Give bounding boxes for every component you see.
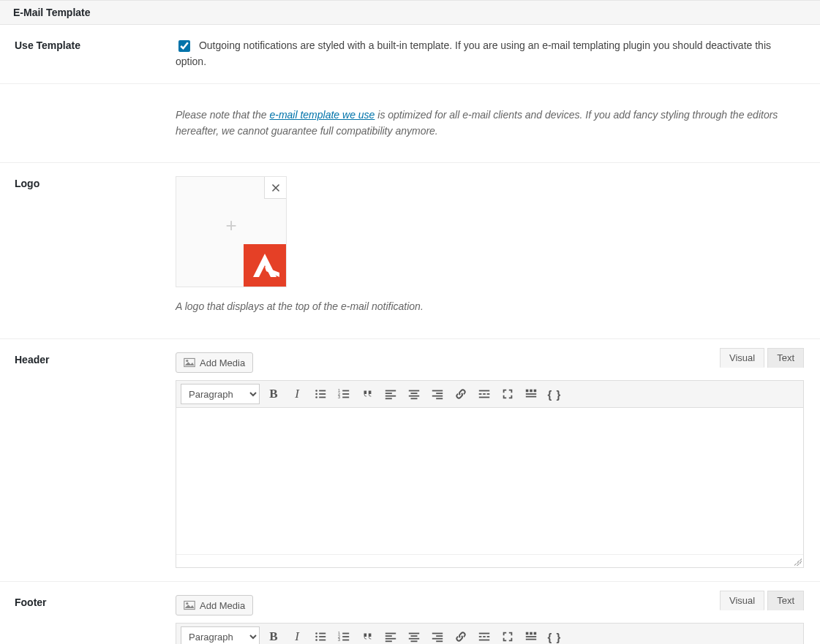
align-center-button[interactable]: [405, 384, 424, 404]
svg-rect-7: [319, 393, 326, 395]
use-template-checkbox[interactable]: [178, 40, 190, 52]
close-icon: [271, 183, 280, 192]
svg-rect-21: [411, 393, 418, 394]
logo-upload-box[interactable]: +: [176, 176, 287, 287]
insert-more-button[interactable]: [475, 627, 494, 644]
align-right-button[interactable]: [428, 384, 447, 404]
insert-more-button[interactable]: [475, 384, 494, 404]
italic-button[interactable]: I: [287, 627, 306, 644]
svg-point-42: [315, 632, 317, 634]
use-template-field[interactable]: Outgoing notifications are styled with a…: [176, 39, 771, 67]
svg-rect-35: [526, 390, 529, 393]
tab-text-footer[interactable]: Text: [767, 591, 804, 610]
format-select-footer[interactable]: Paragraph: [181, 626, 260, 644]
tab-text[interactable]: Text: [767, 348, 804, 368]
header-editor: Paragraph B I 123 { }: [176, 380, 804, 568]
svg-rect-23: [411, 398, 418, 399]
svg-rect-53: [342, 640, 349, 641]
svg-rect-49: [342, 633, 349, 634]
tab-visual[interactable]: Visual: [720, 348, 764, 368]
svg-rect-64: [432, 638, 443, 640]
label-use-template: Use Template: [0, 25, 176, 83]
add-media-button-footer[interactable]: Add Media: [176, 595, 253, 615]
note-before: Please note that the: [176, 109, 269, 121]
fullscreen-button[interactable]: [498, 384, 517, 404]
blockquote-button[interactable]: [358, 384, 377, 404]
bullet-list-button[interactable]: [311, 627, 330, 644]
svg-point-6: [315, 393, 317, 395]
svg-rect-60: [409, 638, 419, 640]
row-use-template: Use Template Outgoing notifications are …: [0, 25, 820, 83]
svg-rect-34: [479, 397, 489, 398]
row-note: Please note that the e-mail template we …: [0, 83, 820, 162]
template-link[interactable]: e-mail template we use: [269, 109, 375, 121]
editor-toolbar-footer: Paragraph B I 123 { }: [176, 624, 803, 644]
shortcode-button[interactable]: { }: [545, 384, 564, 404]
svg-rect-47: [319, 640, 326, 641]
editor-statusbar: [176, 554, 803, 567]
toolbar-toggle-button[interactable]: [522, 384, 541, 404]
align-right-button[interactable]: [428, 627, 447, 644]
shortcode-button[interactable]: { }: [545, 627, 564, 644]
svg-point-4: [315, 390, 317, 392]
bullet-list-button[interactable]: [311, 384, 330, 404]
align-left-button[interactable]: [381, 384, 400, 404]
svg-rect-57: [385, 640, 392, 642]
label-footer: Footer: [0, 582, 176, 644]
svg-rect-59: [411, 635, 418, 637]
svg-rect-70: [479, 640, 489, 641]
header-editor-content[interactable]: [176, 408, 803, 554]
bold-button[interactable]: B: [264, 384, 283, 404]
logo-remove-button[interactable]: [264, 177, 286, 199]
svg-rect-58: [409, 633, 419, 634]
svg-rect-25: [436, 393, 443, 394]
link-button[interactable]: [451, 627, 470, 644]
svg-point-40: [186, 602, 188, 605]
svg-rect-16: [385, 390, 396, 392]
logo-thumbnail: [244, 244, 286, 287]
add-media-label: Add Media: [200, 357, 245, 368]
svg-text:3: 3: [338, 395, 340, 399]
fullscreen-button[interactable]: [498, 627, 517, 644]
svg-rect-71: [526, 632, 529, 635]
svg-rect-68: [483, 636, 486, 637]
svg-rect-28: [479, 390, 489, 392]
svg-rect-45: [319, 636, 326, 637]
bold-button[interactable]: B: [264, 627, 283, 644]
blockquote-button[interactable]: [358, 627, 377, 644]
number-list-button[interactable]: 123: [334, 384, 353, 404]
link-button[interactable]: [451, 384, 470, 404]
add-media-button[interactable]: Add Media: [176, 352, 253, 373]
label-logo: Logo: [0, 163, 176, 339]
svg-rect-51: [342, 636, 349, 637]
format-select[interactable]: Paragraph: [181, 384, 260, 404]
media-icon: [184, 357, 195, 368]
svg-rect-75: [526, 639, 536, 640]
svg-rect-32: [483, 393, 486, 395]
svg-rect-37: [534, 390, 537, 393]
tab-visual-footer[interactable]: Visual: [720, 591, 764, 610]
number-list-button[interactable]: 123: [334, 627, 353, 644]
svg-rect-55: [385, 635, 392, 637]
toolbar-toggle-button[interactable]: [522, 627, 541, 644]
svg-rect-67: [479, 636, 482, 637]
footer-editor: Paragraph B I 123 { }: [176, 623, 804, 644]
italic-button[interactable]: I: [287, 384, 306, 404]
svg-point-46: [315, 639, 317, 641]
svg-rect-18: [385, 395, 396, 397]
svg-rect-15: [342, 397, 349, 398]
add-media-label: Add Media: [200, 600, 245, 611]
align-center-button[interactable]: [405, 627, 424, 644]
svg-rect-74: [526, 636, 536, 637]
svg-rect-26: [432, 395, 443, 397]
align-left-button[interactable]: [381, 627, 400, 644]
logo-help: A logo that displays at the top of the e…: [176, 299, 804, 315]
svg-rect-54: [385, 633, 396, 634]
svg-rect-24: [432, 390, 443, 392]
svg-rect-36: [530, 390, 533, 393]
svg-rect-17: [385, 393, 392, 394]
template-note: Please note that the e-mail template we …: [176, 107, 804, 139]
svg-rect-66: [479, 633, 489, 634]
svg-rect-22: [409, 395, 419, 397]
svg-rect-65: [436, 640, 443, 642]
